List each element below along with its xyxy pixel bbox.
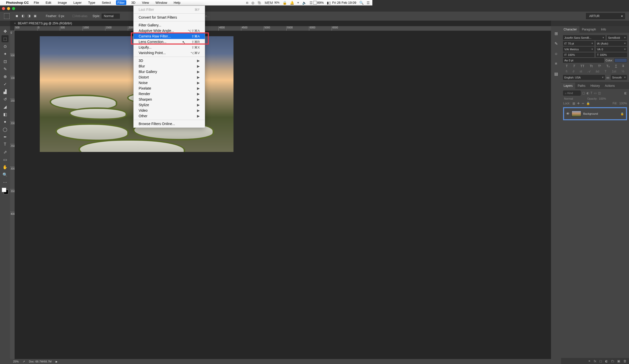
brush-tool[interactable]: ✓ xyxy=(2,80,9,88)
filter-vanishing-point[interactable]: Vanishing Point...⌥⌘V xyxy=(134,50,205,56)
eyedropper-tool[interactable]: ✎ xyxy=(2,65,9,72)
style-dropdown[interactable]: Normal xyxy=(102,14,120,19)
feather-label: Feather: xyxy=(46,14,57,18)
edit-toolbar[interactable]: ⋯ xyxy=(2,179,9,186)
selection-intersect-icon[interactable]: ▣ xyxy=(34,14,38,18)
filter-browse-online[interactable]: Browse Filters Online... xyxy=(134,121,205,127)
zoom-window-button[interactable] xyxy=(12,7,15,10)
notification-icon[interactable]: 🔔 xyxy=(290,1,294,5)
menu-help[interactable]: Help xyxy=(172,0,182,5)
document-tab-title[interactable]: BEART PRESETS.jpg @ 25% (RGB/8#) xyxy=(18,22,72,25)
clock[interactable]: Fri 26 Feb 19:09 xyxy=(332,1,356,5)
filter-camera-raw[interactable]: Camera Raw Filter...⇧⌘A xyxy=(134,33,205,39)
selection-add-icon[interactable]: ◧ xyxy=(22,14,26,18)
battery-icon[interactable]: ▮▯ xyxy=(327,1,331,5)
anti-alias-label: Anti-alias xyxy=(75,14,87,18)
lock-icon[interactable]: 🔒 xyxy=(283,1,287,5)
lasso-tool[interactable]: ⊙ xyxy=(2,43,9,50)
filter-3d[interactable]: 3D▶ xyxy=(134,58,205,63)
path-select-tool[interactable]: ⬀ xyxy=(2,148,9,155)
filter-noise[interactable]: Noise▶ xyxy=(134,80,205,86)
rectangle-tool[interactable]: ▭ xyxy=(2,156,9,163)
close-tab-icon[interactable]: × xyxy=(14,22,16,25)
menu-view[interactable]: View xyxy=(140,0,150,5)
menu-3d[interactable]: 3D xyxy=(130,0,137,5)
menu-image[interactable]: Image xyxy=(56,0,68,5)
menu-file[interactable]: File xyxy=(32,0,41,5)
pen-tool[interactable]: ✒ xyxy=(2,133,9,140)
filter-other[interactable]: Other▶ xyxy=(134,113,205,119)
mac-menubar: Photoshop CC File Edit Image Layer Type … xyxy=(0,0,372,6)
toolbox: ✥ ⬚ ⊙ ✦ ⊡ ✎ ⊕ ✓ ▟ ↺ ◢ ◧ ● ◯ ✒ T ⬀ ▭ ✋ 🔍 … xyxy=(0,26,10,216)
type-tool[interactable]: T xyxy=(2,141,9,148)
memory-icon[interactable]: MEM xyxy=(265,1,273,5)
bluetooth-icon[interactable]: ⌖ xyxy=(297,1,299,5)
stamp-tool[interactable]: ▟ xyxy=(2,88,9,95)
anti-alias-checkbox: ☐ xyxy=(72,14,75,18)
minimize-window-button[interactable] xyxy=(7,7,10,10)
filter-menu: Last Filter⌘F Convert for Smart Filters … xyxy=(133,6,205,128)
menu-window[interactable]: Window xyxy=(154,0,169,5)
zoom-tool[interactable]: 🔍 xyxy=(2,171,9,178)
tool-preset-icon[interactable] xyxy=(4,13,10,19)
dropbox-icon[interactable]: ⧈ xyxy=(246,1,248,5)
marquee-tool[interactable]: ⬚ xyxy=(2,35,9,42)
battery-pct: 89% xyxy=(317,1,324,5)
filter-stylize[interactable]: Stylize▶ xyxy=(134,102,205,108)
close-window-button[interactable] xyxy=(2,7,5,10)
menu-type[interactable]: Type xyxy=(87,0,97,5)
move-tool[interactable]: ✥ xyxy=(2,28,9,35)
hand-tool[interactable]: ✋ xyxy=(2,164,9,171)
filter-video[interactable]: Video▶ xyxy=(134,108,205,113)
list-icon[interactable]: ☰ xyxy=(367,1,370,5)
filter-render[interactable]: Render▶ xyxy=(134,91,205,97)
filter-blur-gallery[interactable]: Blur Gallery▶ xyxy=(134,69,205,74)
filter-last: Last Filter⌘F xyxy=(134,7,205,12)
app-name[interactable]: Photoshop CC xyxy=(6,1,29,5)
filter-distort[interactable]: Distort▶ xyxy=(134,74,205,80)
blur-tool[interactable]: ● xyxy=(2,118,9,125)
menu-edit[interactable]: Edit xyxy=(44,0,53,5)
cc-icon[interactable]: ◎ xyxy=(251,1,254,5)
filter-lens-correction[interactable]: Lens Correction...⇧⌘R xyxy=(134,39,205,45)
selection-new-icon[interactable]: ◼ xyxy=(16,14,20,18)
eraser-tool[interactable]: ◢ xyxy=(2,103,9,110)
evernote-icon[interactable]: 🐘 xyxy=(257,1,262,5)
crop-tool[interactable]: ⊡ xyxy=(2,58,9,65)
menu-layer[interactable]: Layer xyxy=(72,0,83,5)
filter-pixelate[interactable]: Pixelate▶ xyxy=(134,86,205,91)
menu-filter[interactable]: Filter xyxy=(116,0,126,5)
healing-tool[interactable]: ⊕ xyxy=(2,73,9,80)
filter-convert-smart[interactable]: Convert for Smart Filters xyxy=(134,15,205,20)
menu-select[interactable]: Select xyxy=(100,0,112,5)
foreground-color-swatch[interactable] xyxy=(2,188,6,192)
color-swatches[interactable] xyxy=(1,187,9,195)
feather-value[interactable]: 0 px xyxy=(59,14,64,18)
quick-select-tool[interactable]: ✦ xyxy=(2,50,9,57)
spotlight-icon[interactable]: 🔍 xyxy=(359,1,364,5)
memory-pct: 90% xyxy=(274,1,280,4)
volume-icon[interactable]: 🔈 xyxy=(302,1,306,5)
gradient-tool[interactable]: ◧ xyxy=(2,111,9,118)
style-label: Style: xyxy=(93,14,100,18)
ruler-vertical[interactable]: 05001000150020002500300035004000 xyxy=(10,31,15,216)
wifi-icon[interactable]: ☰ xyxy=(309,1,313,5)
dodge-tool[interactable]: ◯ xyxy=(2,126,9,133)
selection-subtract-icon[interactable]: ◨ xyxy=(28,14,32,18)
window-controls xyxy=(2,7,15,10)
filter-blur[interactable]: Blur▶ xyxy=(134,63,205,69)
filter-gallery[interactable]: Filter Gallery... xyxy=(134,22,205,28)
filter-liquify[interactable]: Liquify...⇧⌘X xyxy=(134,45,205,50)
filter-sharpen[interactable]: Sharpen▶ xyxy=(134,97,205,102)
history-brush-tool[interactable]: ↺ xyxy=(2,96,9,103)
filter-adaptive[interactable]: Adaptive Wide Angle...⌥⇧⌘A xyxy=(134,28,205,33)
